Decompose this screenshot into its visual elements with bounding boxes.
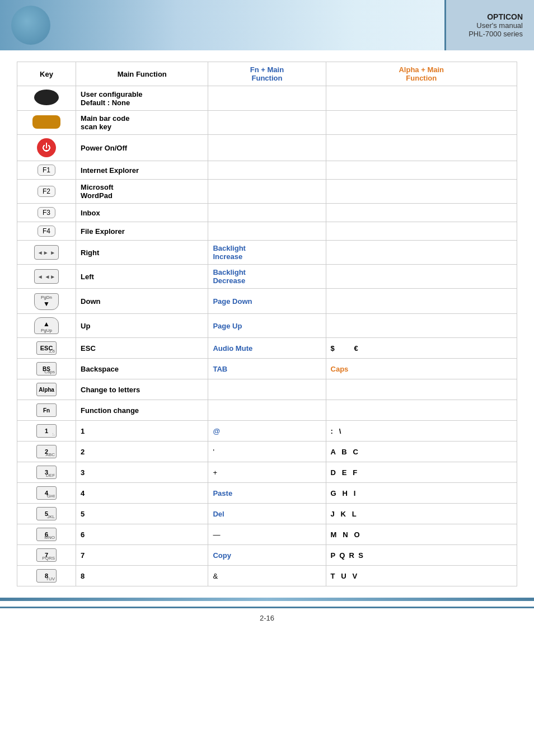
main-func-cell: Down [76, 289, 208, 314]
header-info: OPTICON User's manual PHL-7000 series [444, 0, 534, 50]
key-cell-f1: F1 [17, 161, 76, 180]
main-func-cell: 8 [76, 566, 208, 586]
page-header: OPTICON User's manual PHL-7000 series [0, 0, 534, 50]
table-row: ◄ ◄► Left BacklightDecrease [17, 265, 517, 289]
f3-key-icon: F3 [38, 207, 55, 218]
manual-label: User's manual [476, 21, 523, 30]
oval-key-icon [34, 90, 59, 105]
key-cell-right: ◄► ► [17, 241, 76, 265]
main-content: Key Main Function Fn + MainFunction Alph… [0, 50, 534, 598]
key2-icon: 2 ABC [36, 445, 57, 458]
bs-key-icon: BS Caps [36, 362, 57, 375]
header-background [0, 0, 444, 50]
key-cell-fn: Fn [17, 400, 76, 421]
main-func-cell: Inbox [76, 204, 208, 222]
main-func-cell: 2 [76, 442, 208, 462]
key-cell-2: 2 ABC [17, 442, 76, 462]
function-table: Key Main Function Fn + MainFunction Alph… [17, 62, 517, 586]
company-name: OPTICON [487, 12, 523, 21]
main-func-cell: 6 [76, 524, 208, 545]
alpha-cell: : \ [326, 421, 517, 442]
col-header-fn: Fn + MainFunction [208, 62, 326, 86]
table-row: 6 MNO 6 — M N O [17, 524, 517, 545]
model-label: PHL-7000 series [469, 30, 523, 38]
alpha-cell [326, 135, 517, 161]
table-row: ▲ PgUp Up Page Up [17, 314, 517, 338]
fn-cell [208, 222, 326, 241]
table-row: ◄► ► Right BacklightIncrease [17, 241, 517, 265]
key3-icon: 3 DEF [36, 466, 57, 479]
main-func-cell: ESC [76, 338, 208, 359]
table-row: F4 File Explorer [17, 222, 517, 241]
key-cell-f2: F2 [17, 180, 76, 204]
table-row: ESC 1,6 ESC Audio Mute $ € [17, 338, 517, 359]
fn-cell: Del [208, 504, 326, 524]
key-cell-3: 3 DEF [17, 462, 76, 483]
col-header-alpha: Alpha + MainFunction [326, 62, 517, 86]
main-func-cell: File Explorer [76, 222, 208, 241]
alpha-cell: P Q R S [326, 545, 517, 566]
fn-cell: ' [208, 442, 326, 462]
table-row: Fn Function change [17, 400, 517, 421]
fn-cell: @ [208, 421, 326, 442]
power-key-icon: ⏻ [37, 138, 56, 157]
page-footer: 2-16 [0, 607, 534, 628]
table-row: PgDn ▼ Down Page Down [17, 289, 517, 314]
main-func-cell: Change to letters [76, 379, 208, 400]
fn-cell: TAB [208, 359, 326, 379]
alpha-cell [326, 180, 517, 204]
key-cell-up: ▲ PgUp [17, 314, 76, 338]
key-cell-bs: BS Caps [17, 359, 76, 379]
key-cell-power: ⏻ [17, 135, 76, 161]
table-row: F3 Inbox [17, 204, 517, 222]
fn-cell [208, 86, 326, 111]
alpha-cell [326, 241, 517, 265]
key-cell-down: PgDn ▼ [17, 289, 76, 314]
fn-cell: BacklightDecrease [208, 265, 326, 289]
main-func-cell: 1 [76, 421, 208, 442]
key-cell-8: 8 TUV [17, 566, 76, 586]
table-row: F1 Internet Explorer [17, 161, 517, 180]
alpha-cell [326, 379, 517, 400]
main-func-cell: 7 [76, 545, 208, 566]
main-func-cell: 5 [76, 504, 208, 524]
f2-key-icon: F2 [38, 186, 55, 197]
fn-cell [208, 204, 326, 222]
alpha-cell [326, 265, 517, 289]
alpha-cell: M N O [326, 524, 517, 545]
alpha-cell [326, 111, 517, 135]
key-cell-oval [17, 86, 76, 111]
alpha-cell [326, 86, 517, 111]
fn-cell: + [208, 462, 326, 483]
col-header-main: Main Function [76, 62, 208, 86]
fn-cell [208, 161, 326, 180]
main-func-cell: Right [76, 241, 208, 265]
fn-cell: BacklightIncrease [208, 241, 326, 265]
scan-key-icon [32, 115, 60, 129]
alpha-key-icon: Alpha [36, 383, 57, 396]
key-cell-f3: F3 [17, 204, 76, 222]
f4-key-icon: F4 [38, 226, 55, 237]
key6-icon: 6 MNO [36, 528, 57, 541]
table-row: BS Caps Backspace TAB Caps [17, 359, 517, 379]
main-func-cell: 3 [76, 462, 208, 483]
fn-cell [208, 400, 326, 421]
fn-cell [208, 379, 326, 400]
main-func-cell: Internet Explorer [76, 161, 208, 180]
main-func-cell: Backspace [76, 359, 208, 379]
alpha-cell [326, 204, 517, 222]
key-cell-alpha: Alpha [17, 379, 76, 400]
table-row: 2 ABC 2 ' A B C [17, 442, 517, 462]
esc-key-icon: ESC 1,6 [36, 341, 57, 355]
key-cell-left: ◄ ◄► [17, 265, 76, 289]
fn-key-icon: Fn [36, 403, 57, 417]
table-row: 4 GHI 4 Paste G H I [17, 483, 517, 504]
table-row: 7 PQRS 7 Copy P Q R S [17, 545, 517, 566]
alpha-cell: A B C [326, 442, 517, 462]
main-func-cell: User configurable Default : None [76, 86, 208, 111]
fn-cell: Audio Mute [208, 338, 326, 359]
key7-icon: 7 PQRS [36, 548, 57, 562]
key-cell-4: 4 GHI [17, 483, 76, 504]
alpha-cell: J K L [326, 504, 517, 524]
f1-key-icon: F1 [38, 165, 55, 176]
